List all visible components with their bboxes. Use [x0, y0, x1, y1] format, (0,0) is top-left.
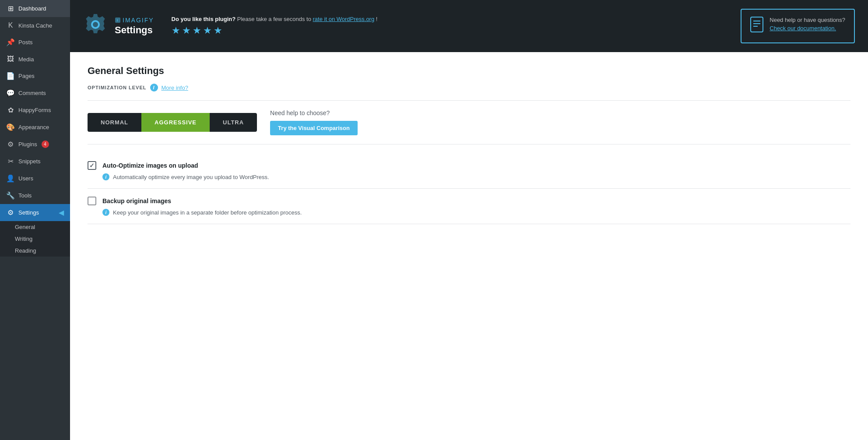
visual-comparison-button[interactable]: Try the Visual Comparison: [270, 121, 358, 135]
sidebar-item-settings[interactable]: ⚙ Settings ◀: [0, 204, 70, 221]
sidebar-item-media[interactable]: 🖼 Media: [0, 51, 70, 67]
more-info-link[interactable]: More info?: [162, 84, 188, 91]
star-3: ★: [193, 25, 201, 36]
settings-submenu: General Writing Reading: [0, 221, 70, 257]
happyforms-icon: ✿: [6, 106, 15, 114]
pages-icon: 📄: [6, 72, 15, 80]
main-settings-content: General Settings OPTIMIZATION LEVEL i Mo…: [70, 52, 868, 440]
auto-optimize-title: Auto-Optimize images on upload: [102, 162, 198, 169]
optimization-info-icon[interactable]: i: [150, 84, 158, 92]
rating-prompt: Do you like this plugin? Please take a f…: [172, 16, 724, 22]
sidebar-item-label: Kinsta Cache: [18, 22, 52, 29]
sidebar-item-happyforms[interactable]: ✿ HappyForms: [0, 102, 70, 119]
sidebar-item-tools[interactable]: 🔧 Tools: [0, 187, 70, 204]
sidebar: ⊞ Dashboard K Kinsta Cache 📌 Posts 🖼 Med…: [0, 0, 70, 440]
submenu-item-general[interactable]: General: [0, 221, 70, 233]
documentation-link[interactable]: Check our documentation.: [770, 25, 845, 32]
sidebar-item-label: Users: [18, 175, 33, 182]
imagify-logo: i IMAGIFY Settings: [115, 17, 154, 36]
posts-icon: 📌: [6, 38, 15, 46]
checkmark-icon: ✓: [89, 162, 95, 169]
sidebar-item-label: Pages: [18, 73, 35, 79]
star-2: ★: [182, 25, 191, 36]
sidebar-item-label: Dashboard: [18, 5, 46, 12]
comments-icon: 💬: [6, 89, 15, 97]
sidebar-item-appearance[interactable]: 🎨 Appearance: [0, 119, 70, 136]
backup-checkbox[interactable]: [88, 197, 96, 205]
kinsta-icon: K: [6, 21, 15, 29]
header-banner: i IMAGIFY Settings Do you like this plug…: [70, 0, 868, 52]
imagify-gear-icon: [83, 12, 108, 40]
imagify-small-icon: i: [115, 17, 121, 23]
svg-rect-2: [751, 17, 763, 32]
users-icon: 👤: [6, 174, 15, 183]
backup-info-icon[interactable]: i: [102, 209, 109, 216]
appearance-icon: 🎨: [6, 123, 15, 131]
backup-title: Backup original images: [102, 197, 171, 204]
opt-help-area: Need help to choose? Try the Visual Comp…: [270, 109, 358, 135]
header-logo-area: i IMAGIFY Settings: [83, 12, 154, 40]
sidebar-item-label: Settings: [18, 209, 39, 216]
sidebar-item-label: Appearance: [18, 124, 49, 130]
submenu-item-reading[interactable]: Reading: [0, 245, 70, 257]
sidebar-item-comments[interactable]: 💬 Comments: [0, 84, 70, 102]
need-help-text: Need help to choose?: [270, 109, 358, 116]
opt-normal-button[interactable]: NORMAL: [88, 113, 141, 132]
backup-header: Backup original images: [88, 197, 850, 205]
sidebar-item-kinsta[interactable]: K Kinsta Cache: [0, 17, 70, 34]
document-icon: [750, 17, 763, 35]
sidebar-item-label: Media: [18, 56, 34, 63]
auto-optimize-checkbox[interactable]: ✓: [88, 161, 96, 170]
star-4: ★: [203, 25, 212, 36]
plugins-badge: 4: [42, 141, 49, 148]
settings-icon: ⚙: [6, 208, 15, 217]
backup-description: i Keep your original images in a separat…: [88, 209, 850, 216]
sidebar-item-label: Tools: [18, 192, 32, 199]
star-rating: ★ ★ ★ ★ ★: [172, 25, 724, 36]
imagify-settings-title: Settings: [115, 25, 154, 36]
sidebar-item-users[interactable]: 👤 Users: [0, 170, 70, 187]
header-help-box: Need help or have questions? Check our d…: [741, 9, 855, 43]
sidebar-item-label: HappyForms: [18, 107, 51, 113]
header-rating-area: Do you like this plugin? Please take a f…: [154, 16, 741, 36]
opt-ultra-button[interactable]: ULTRA: [210, 113, 257, 132]
auto-optimize-info-icon[interactable]: i: [102, 173, 109, 180]
sidebar-item-label: Posts: [18, 39, 33, 46]
help-text: Need help or have questions? Check our d…: [770, 17, 845, 32]
auto-optimize-description: i Automatically optimize every image you…: [88, 173, 850, 180]
optimization-level-label: OPTIMIZATION LEVEL i More info?: [88, 84, 850, 92]
snippets-icon: ✂: [6, 157, 15, 165]
rate-link[interactable]: rate it on WordPress.org: [313, 16, 375, 22]
imagify-brand-name: i IMAGIFY: [115, 17, 154, 24]
divider-1: [88, 100, 850, 101]
media-icon: 🖼: [6, 55, 15, 63]
dashboard-icon: ⊞: [6, 4, 15, 13]
star-1: ★: [172, 25, 180, 36]
submenu-item-writing[interactable]: Writing: [0, 233, 70, 245]
sidebar-item-dashboard[interactable]: ⊞ Dashboard: [0, 0, 70, 17]
sidebar-item-pages[interactable]: 📄 Pages: [0, 67, 70, 84]
page-title: General Settings: [88, 65, 850, 77]
sidebar-item-label: Plugins: [18, 141, 37, 148]
plugins-icon: ⚙: [6, 140, 15, 148]
backup-setting: Backup original images i Keep your origi…: [88, 189, 850, 224]
main-content: i IMAGIFY Settings Do you like this plug…: [70, 0, 868, 440]
svg-text:i: i: [117, 18, 119, 22]
sidebar-item-label: Comments: [18, 90, 46, 96]
sidebar-item-snippets[interactable]: ✂ Snippets: [0, 153, 70, 170]
divider-2: [88, 144, 850, 144]
optimization-controls: NORMAL AGGRESSIVE ULTRA Need help to cho…: [88, 109, 850, 135]
optimization-button-group: NORMAL AGGRESSIVE ULTRA: [88, 113, 257, 132]
sidebar-item-label: Snippets: [18, 158, 41, 165]
tools-icon: 🔧: [6, 191, 15, 200]
sidebar-item-posts[interactable]: 📌 Posts: [0, 34, 70, 51]
opt-aggressive-button[interactable]: AGGRESSIVE: [141, 113, 210, 132]
auto-optimize-setting: ✓ Auto-Optimize images on upload i Autom…: [88, 153, 850, 189]
star-5: ★: [214, 25, 222, 36]
sidebar-item-plugins[interactable]: ⚙ Plugins 4: [0, 136, 70, 153]
active-indicator: ◀: [59, 208, 64, 217]
auto-optimize-header: ✓ Auto-Optimize images on upload: [88, 161, 850, 170]
